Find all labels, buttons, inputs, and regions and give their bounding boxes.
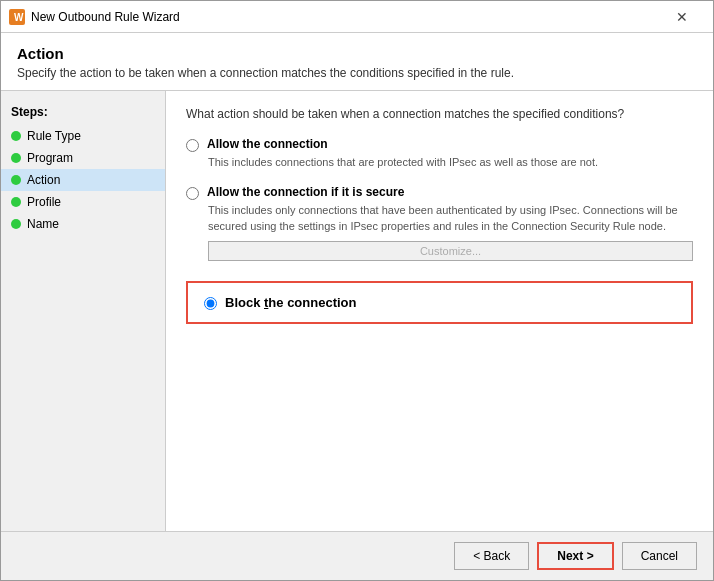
sidebar-item-label: Name (27, 217, 59, 231)
option-allow-label: Allow the connection (207, 137, 328, 151)
footer: < Back Next > Cancel (1, 531, 713, 580)
page-description: Specify the action to be taken when a co… (17, 66, 697, 80)
close-button[interactable]: ✕ (659, 1, 705, 33)
step-done-icon (11, 197, 21, 207)
sidebar: Steps: Rule Type Program Action Profile … (1, 91, 166, 531)
question-text: What action should be taken when a conne… (186, 107, 693, 121)
block-box: Block the connection (186, 281, 693, 324)
option-allow: Allow the connection This includes conne… (186, 137, 693, 171)
sidebar-item-program[interactable]: Program (1, 147, 165, 169)
step-done-icon (11, 219, 21, 229)
sidebar-item-name[interactable]: Name (1, 213, 165, 235)
radio-allow[interactable] (186, 139, 199, 152)
radio-block[interactable] (204, 297, 217, 310)
next-button[interactable]: Next > (537, 542, 613, 570)
step-done-icon (11, 153, 21, 163)
sidebar-item-label: Profile (27, 195, 61, 209)
options-group: Allow the connection This includes conne… (186, 137, 693, 324)
customize-button: Customize... (208, 241, 693, 261)
option-allow-row: Allow the connection (186, 137, 693, 152)
option-allow-secure-label: Allow the connection if it is secure (207, 185, 404, 199)
step-done-icon (11, 131, 21, 141)
option-block-label: Block the connection (225, 295, 356, 310)
option-allow-secure-desc: This includes only connections that have… (208, 202, 693, 235)
header: Action Specify the action to be taken wh… (1, 33, 713, 91)
window-title: New Outbound Rule Wizard (31, 10, 659, 24)
wizard-window: W New Outbound Rule Wizard ✕ Action Spec… (0, 0, 714, 581)
page-title: Action (17, 45, 697, 62)
option-allow-desc: This includes connections that are prote… (208, 154, 693, 171)
sidebar-item-label: Action (27, 173, 60, 187)
content-area: Steps: Rule Type Program Action Profile … (1, 91, 713, 531)
option-allow-secure: Allow the connection if it is secure Thi… (186, 185, 693, 261)
back-button[interactable]: < Back (454, 542, 529, 570)
sidebar-item-rule-type[interactable]: Rule Type (1, 125, 165, 147)
sidebar-item-profile[interactable]: Profile (1, 191, 165, 213)
app-icon: W (9, 9, 25, 25)
sidebar-item-action[interactable]: Action (1, 169, 165, 191)
titlebar: W New Outbound Rule Wizard ✕ (1, 1, 713, 33)
main-content: What action should be taken when a conne… (166, 91, 713, 531)
step-done-icon (11, 175, 21, 185)
radio-allow-secure[interactable] (186, 187, 199, 200)
option-block: Block the connection (186, 275, 693, 324)
steps-label: Steps: (1, 101, 165, 123)
sidebar-item-label: Program (27, 151, 73, 165)
svg-text:W: W (14, 12, 24, 23)
cancel-button[interactable]: Cancel (622, 542, 697, 570)
sidebar-item-label: Rule Type (27, 129, 81, 143)
option-allow-secure-row: Allow the connection if it is secure (186, 185, 693, 200)
